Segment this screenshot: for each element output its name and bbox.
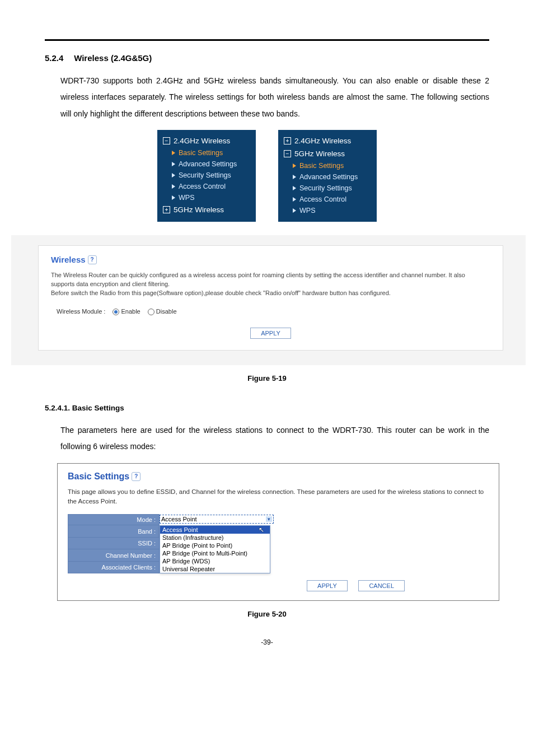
nav-tree-screenshots: −2.4GHz Wireless Basic Settings Advanced… [45,130,489,222]
channel-label: Channel Number : [68,549,160,562]
chevron-right-icon [293,164,296,168]
subsection-intro: The parameters here are used for the wir… [60,422,489,455]
section-num: 5.2.4 [45,53,72,63]
panel-description: The Wireless Router can be quickly confi… [51,271,490,298]
expand-icon: + [163,206,170,213]
radio-disable[interactable] [148,309,154,315]
settings-form: Mode : Access Point ▾ Band : Access Poin… [68,514,274,573]
apply-button[interactable]: APPLY [307,580,348,591]
wireless-module-row: Wireless Module : Enable Disable [57,308,490,315]
nav-group-5ghz[interactable]: +5GHz Wireless [163,203,249,216]
panel-description: This page allows you to define ESSID, an… [68,487,489,507]
chevron-right-icon [172,173,175,178]
nav-item-security-settings[interactable]: Security Settings [284,183,370,194]
intro-paragraph: WDRT-730 supports both 2.4GHz and 5GHz w… [60,73,489,122]
wireless-panel-screenshot: Wireless ? The Wireless Router can be qu… [11,235,526,365]
cursor-icon: ↖ [259,526,264,534]
wireless-module-label: Wireless Module : [57,308,105,315]
panel-title: Basic Settings ? [68,472,489,482]
associated-clients-label: Associated Clients : [68,561,160,573]
nav-panel-right: +2.4GHz Wireless −5GHz Wireless Basic Se… [278,130,377,222]
expand-icon: + [284,137,291,144]
nav-group-24ghz[interactable]: −2.4GHz Wireless [163,134,249,147]
mode-option-station[interactable]: Station (Infrastructure) [160,534,270,542]
collapse-icon: − [284,150,291,157]
nav-group-24ghz[interactable]: +2.4GHz Wireless [284,134,370,147]
chevron-down-icon: ▾ [266,516,272,522]
apply-button[interactable]: APPLY [250,328,291,339]
mode-select[interactable]: Access Point ▾ [160,515,274,524]
figure-caption-20: Figure 5-20 [45,610,489,618]
nav-item-access-control[interactable]: Access Control [284,194,370,205]
radio-enable[interactable] [113,309,119,315]
nav-item-access-control[interactable]: Access Control [163,181,249,192]
section-title: Wireless (2.4G&5G) [74,53,152,63]
nav-item-security-settings[interactable]: Security Settings [163,170,249,181]
collapse-icon: − [163,137,170,144]
mode-option-universal-repeater[interactable]: Universal Repeater [160,565,270,573]
mode-option-ap-bridge-wds[interactable]: AP Bridge (WDS) [160,557,270,565]
chevron-right-icon [293,197,296,202]
subsection-heading: 5.2.4.1. Basic Settings [45,404,489,412]
mode-dropdown-list[interactable]: Access Point↖ Station (Infrastructure) A… [160,525,270,573]
nav-group-5ghz[interactable]: −5GHz Wireless [284,147,370,160]
chevron-right-icon [172,184,175,189]
chevron-right-icon [172,162,175,166]
page-number: -39- [45,638,489,646]
nav-panel-left: −2.4GHz Wireless Basic Settings Advanced… [157,130,256,222]
nav-item-advanced-settings[interactable]: Advanced Settings [163,158,249,170]
nav-item-wps[interactable]: WPS [163,192,249,203]
subsection-num: 5.2.4.1. [45,404,70,412]
section-heading: 5.2.4 Wireless (2.4G&5G) [45,53,489,63]
chevron-right-icon [293,186,296,190]
mode-option-ap-bridge-ptp[interactable]: AP Bridge (Point to Point) [160,542,270,549]
nav-item-advanced-settings[interactable]: Advanced Settings [284,171,370,183]
mode-option-ap-bridge-ptmp[interactable]: AP Bridge (Point to Multi-Point) [160,549,270,557]
band-label: Band : [68,525,160,538]
chevron-right-icon [293,175,296,179]
nav-item-basic-settings[interactable]: Basic Settings [163,147,249,158]
subsection-title: Basic Settings [72,404,124,412]
help-icon[interactable]: ? [132,472,140,481]
chevron-right-icon [293,208,296,213]
nav-item-basic-settings[interactable]: Basic Settings [284,160,370,171]
cancel-button[interactable]: CANCEL [358,580,405,591]
help-icon[interactable]: ? [88,255,97,264]
panel-title: Wireless ? [51,255,490,264]
ssid-label: SSID : [68,537,160,549]
basic-settings-panel-screenshot: Basic Settings ? This page allows you to… [57,463,499,601]
top-rule [45,39,489,41]
nav-item-wps[interactable]: WPS [284,205,370,216]
mode-label: Mode : [68,515,160,525]
chevron-right-icon [172,151,175,155]
chevron-right-icon [172,195,175,200]
mode-option-access-point[interactable]: Access Point↖ [160,526,270,534]
figure-caption-19: Figure 5-19 [45,374,489,382]
